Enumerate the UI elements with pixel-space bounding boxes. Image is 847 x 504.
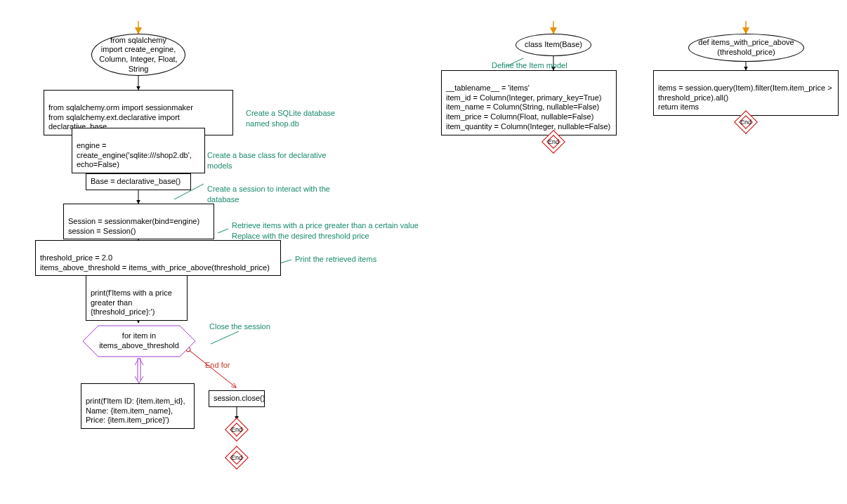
end-diamond-main: End bbox=[228, 449, 245, 466]
annotation-a6: Close the session bbox=[209, 321, 315, 331]
threshold-node: threshold_price = 2.0 items_above_thresh… bbox=[35, 240, 281, 276]
engine-text: engine = create_engine('sqlite:///shop2.… bbox=[77, 141, 192, 169]
start-node: from sqlalchemy import create_engine, Co… bbox=[91, 34, 185, 76]
end-diamond-func: End bbox=[737, 114, 754, 131]
annotation-a2: Create a base class for declarative mode… bbox=[207, 140, 327, 171]
threshold-text: threshold_price = 2.0 items_above_thresh… bbox=[40, 253, 270, 272]
class-item-body: __tablename__ = 'items' item_id = Column… bbox=[441, 70, 617, 135]
session-text: Session = sessionmaker(bind=engine) sess… bbox=[68, 217, 199, 235]
base-node: Base = declarative_base() bbox=[86, 173, 191, 190]
end-diamond-close: End bbox=[228, 421, 245, 438]
print-item-node: print(f'Item ID: {item.item_id}, Name: {… bbox=[81, 383, 195, 429]
svg-point-16 bbox=[186, 347, 190, 352]
end-for-label: End for bbox=[205, 361, 230, 369]
close-text: session.close() bbox=[214, 394, 265, 402]
session-node: Session = sessionmaker(bind=engine) sess… bbox=[63, 204, 214, 239]
loop-text: for item in items_above_threshold bbox=[99, 331, 179, 350]
engine-node: engine = create_engine('sqlite:///shop2.… bbox=[72, 128, 205, 173]
class-item-header-text: class Item(Base) bbox=[525, 40, 582, 50]
class-item-header: class Item(Base) bbox=[516, 34, 591, 56]
func-body: items = session.query(Item).filter(Item.… bbox=[653, 70, 839, 116]
end-diamond-class: End bbox=[545, 133, 562, 150]
close-node: session.close() bbox=[209, 390, 265, 407]
svg-line-17 bbox=[211, 331, 239, 344]
annotation-a4: Retrieve items with a price greater than… bbox=[232, 211, 442, 241]
start-text: from sqlalchemy import create_engine, Co… bbox=[99, 36, 178, 74]
loop-node: for item in items_above_threshold bbox=[98, 331, 180, 351]
print-header-node: print(f'Items with a price greater than … bbox=[86, 275, 188, 321]
func-header: def items_with_price_above (threshold_pr… bbox=[688, 34, 804, 62]
imports2-text: from sqlalchemy.orm import sessionmaker … bbox=[48, 103, 193, 131]
class-item-body-text: __tablename__ = 'items' item_id = Column… bbox=[446, 84, 610, 131]
func-header-text: def items_with_price_above (threshold_pr… bbox=[696, 38, 796, 58]
annotation-a5: Print the retrieved items bbox=[295, 254, 421, 264]
annotation-a7: Define the Item model bbox=[492, 60, 590, 70]
annotation-a1: Create a SQLite database named shop.db bbox=[246, 98, 358, 128]
func-body-text: items = session.query(Item).filter(Item.… bbox=[658, 84, 832, 112]
annotation-a3: Create a session to interact with the da… bbox=[207, 174, 341, 204]
print-item-text: print(f'Item ID: {item.item_id}, Name: {… bbox=[86, 397, 185, 425]
base-text: Base = declarative_base() bbox=[91, 177, 180, 185]
svg-line-9 bbox=[218, 229, 228, 233]
print-header-text: print(f'Items with a price greater than … bbox=[91, 289, 172, 317]
